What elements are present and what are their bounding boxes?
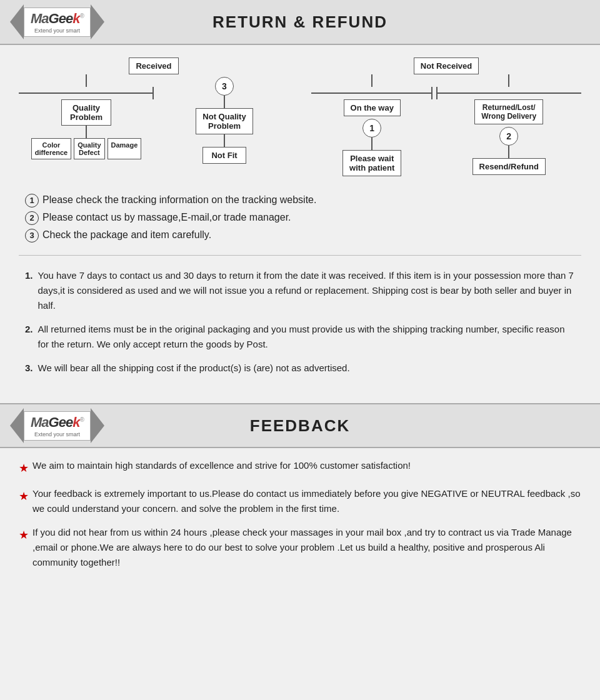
feedback-logo: MaGeek® Extend your smart: [10, 408, 104, 443]
return-refund-title: RETURN & REFUND: [148, 12, 452, 32]
connector-v7: [508, 74, 509, 87]
feedback-header: MaGeek® Extend your smart FEEDBACK: [0, 403, 600, 448]
leaf-row-quality: Colordifference QualityDefect Damage: [31, 138, 142, 159]
return-refund-header: MaGeek® Extend your smart RETURN & REFUN…: [0, 0, 600, 45]
num-circle-2: 2: [25, 211, 39, 225]
policy-section: 1. You have 7 days to contact us and 30 …: [0, 261, 600, 397]
circle2-row: 2: [499, 127, 518, 146]
quality-defect-box: QualityDefect: [74, 138, 104, 159]
h-connector-left: [19, 87, 154, 99]
note-item-3: 3 Check the package and item carefully.: [25, 228, 575, 242]
logo-arrow-right-icon: [91, 4, 104, 39]
feedback-logo-container: MaGeek® Extend your smart: [10, 408, 148, 443]
connector-v4: [224, 134, 225, 147]
logo: MaGeek® Extend your smart: [10, 4, 104, 39]
logo-brand: MaGeek®: [31, 11, 84, 27]
on-the-way-box: On the way: [344, 99, 401, 116]
policy-num-1: 1.: [25, 268, 33, 283]
left-flowchart: Received QualityProblem: [19, 58, 289, 164]
num-circle-3: 3: [25, 229, 39, 242]
feedback-text-2: Your feedback is extremely important to …: [32, 486, 581, 516]
resend-refund-box: Resend/Refund: [472, 158, 546, 175]
policy-item-2: 2. All returned items must be in the ori…: [25, 322, 575, 352]
right-flowchart: Not Received On the way 1: [311, 58, 581, 176]
page: MaGeek® Extend your smart RETURN & REFUN…: [0, 0, 600, 700]
policy-item-3: 3. We will bear all the shipping cost if…: [25, 361, 575, 376]
right-branch-connectors: On the way 1 Please waitwith patient: [311, 74, 581, 176]
feedback-title: FEEDBACK: [148, 416, 452, 436]
star-icon-3: ★: [19, 526, 29, 544]
feedback-logo-arrow-right-icon: [91, 408, 104, 443]
feedback-logo-arrow-left-icon: [10, 408, 24, 443]
quality-problem-box: QualityProblem: [61, 99, 111, 126]
note-text-1: Please check the tracking information on…: [42, 192, 316, 208]
divider-1: [19, 255, 581, 256]
logo-container: MaGeek® Extend your smart: [10, 4, 148, 39]
left-quality-branch: QualityProblem Colordifference QualityDe…: [19, 74, 154, 159]
connector-v2: [86, 126, 87, 138]
star-icon-2: ★: [19, 488, 29, 506]
logo-tagline: Extend your smart: [34, 28, 80, 34]
feedback-text-3: If you did not hear from us within 24 ho…: [32, 525, 581, 570]
right-quality-branch: 3 Not QualityProblem Not Fit: [154, 74, 289, 164]
logo-box: MaGeek® Extend your smart: [24, 8, 91, 37]
not-quality-box: Not QualityProblem: [196, 108, 252, 134]
feedback-item-3: ★ If you did not hear from us within 24 …: [19, 525, 581, 570]
line-rr-right: [438, 92, 581, 94]
connector-v1: [86, 74, 87, 87]
feedback-logo-box: MaGeek® Extend your smart: [24, 411, 91, 441]
policy-num-2: 2.: [25, 322, 33, 337]
flowchart-container: Received QualityProblem: [19, 58, 581, 176]
note-text-2: Please contact us by massage,E-mail,or t…: [42, 210, 291, 225]
numbered-list-section: 1 Please check the tracking information …: [0, 182, 600, 250]
returned-lost-box: Returned/Lost/Wrong Delivery: [474, 99, 543, 124]
connector-v8: [508, 146, 509, 158]
not-fit-box: Not Fit: [202, 147, 246, 164]
feedback-text-1: We aim to maintain high standards of exc…: [32, 458, 411, 473]
feedback-logo-tagline: Extend your smart: [34, 431, 80, 438]
circle-2: 2: [499, 127, 518, 146]
feedback-logo-brand: MaGeek®: [31, 414, 84, 431]
line-left: [19, 92, 152, 94]
line-r-left: [311, 92, 431, 94]
num-circle-1: 1: [25, 194, 39, 208]
policy-text-2: All returned items must be in the origin…: [38, 322, 575, 352]
logo-arrow-left-icon: [10, 4, 24, 39]
connector-v5: [371, 74, 372, 87]
h-connector-right-right: [436, 87, 581, 99]
circle3-row: 3: [215, 77, 234, 96]
h-connector-right-left: [311, 87, 432, 99]
connector-v3: [224, 96, 225, 108]
feedback-section: ★ We aim to maintain high standards of e…: [0, 448, 600, 591]
policy-text-1: You have 7 days to contact us and 30 day…: [38, 268, 575, 313]
received-box: Received: [129, 58, 178, 74]
note-item-1: 1 Please check the tracking information …: [25, 192, 575, 208]
damage-box: Damage: [108, 138, 142, 159]
left-flow: Received QualityProblem: [19, 58, 289, 164]
circle-1: 1: [362, 119, 381, 138]
right-flow: Not Received On the way 1: [311, 58, 581, 176]
circle-3: 3: [215, 77, 234, 96]
not-received-box: Not Received: [414, 58, 479, 74]
note-item-2: 2 Please contact us by massage,E-mail,or…: [25, 210, 575, 225]
feedback-item-2: ★ Your feedback is extremely important t…: [19, 486, 581, 516]
color-diff-box: Colordifference: [31, 138, 72, 159]
circle1-row: 1: [362, 119, 381, 138]
returned-branch: Returned/Lost/Wrong Delivery 2 Resend/Re…: [432, 74, 581, 175]
policy-item-1: 1. You have 7 days to contact us and 30 …: [25, 268, 575, 313]
flowchart-section: Received QualityProblem: [0, 45, 600, 182]
please-wait-box: Please waitwith patient: [342, 150, 401, 176]
note-text-3: Check the package and item carefully.: [42, 228, 211, 242]
star-icon-1: ★: [19, 459, 29, 478]
feedback-item-1: ★ We aim to maintain high standards of e…: [19, 458, 581, 478]
left-branch-connectors: QualityProblem Colordifference QualityDe…: [19, 74, 289, 164]
on-the-way-branch: On the way 1 Please waitwith patient: [311, 74, 432, 176]
policy-num-3: 3.: [25, 361, 33, 376]
policy-text-3: We will bear all the shipping cost if th…: [38, 361, 350, 376]
connector-v6: [371, 138, 372, 150]
